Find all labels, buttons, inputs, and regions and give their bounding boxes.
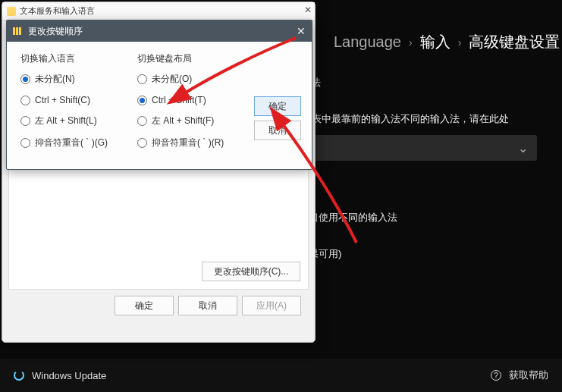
radio-icon bbox=[137, 116, 147, 126]
cancel-button[interactable]: 取消 bbox=[178, 296, 237, 315]
get-help-link[interactable]: 获取帮助 bbox=[509, 368, 548, 382]
breadcrumb-input[interactable]: 输入 bbox=[420, 32, 451, 52]
close-icon[interactable]: ✕ bbox=[304, 5, 312, 15]
close-icon[interactable]: ✕ bbox=[297, 25, 306, 37]
switch-keyboard-layout-group: 切换键盘布局 未分配(O) Ctrl + Shift(T) 左 Alt + Sh… bbox=[137, 52, 242, 158]
radio-label: Ctrl + Shift(C) bbox=[35, 95, 90, 105]
radio-label: 左 Alt + Shift(L) bbox=[35, 114, 97, 127]
radio-label: 未分配(O) bbox=[152, 73, 192, 86]
dialog-titlebar: 文本服务和输入语言 ✕ bbox=[2, 2, 315, 20]
radio-icon bbox=[20, 74, 30, 84]
radio-label: 抑音符重音( ` )(R) bbox=[152, 136, 224, 149]
radio-icon bbox=[137, 96, 147, 105]
radio-unassigned-n[interactable]: 未分配(N) bbox=[20, 73, 125, 86]
footer: Windows Update ? 获取帮助 bbox=[0, 359, 562, 392]
app-icon bbox=[7, 7, 16, 16]
cancel-button[interactable]: 取消 bbox=[254, 121, 301, 140]
radio-icon bbox=[137, 138, 147, 148]
radio-label: Ctrl + Shift(T) bbox=[152, 95, 206, 105]
ok-button[interactable]: 确定 bbox=[115, 296, 174, 315]
radio-label: 左 Alt + Shift(F) bbox=[152, 114, 214, 127]
keyboard-icon bbox=[13, 27, 24, 35]
breadcrumb: Language › 输入 › 高级键盘设置 bbox=[334, 32, 560, 52]
radio-icon bbox=[137, 74, 147, 84]
chevron-right-icon: › bbox=[458, 36, 462, 49]
radio-icon bbox=[20, 116, 30, 126]
change-key-sequence-dialog: 更改按键顺序 ✕ 切换输入语言 未分配(N) Ctrl + Shift(C) 左… bbox=[6, 20, 312, 170]
radio-ctrl-shift-t[interactable]: Ctrl + Shift(T) bbox=[137, 95, 242, 105]
breadcrumb-language[interactable]: Language bbox=[334, 33, 401, 51]
radio-left-alt-shift-l[interactable]: 左 Alt + Shift(L) bbox=[20, 114, 125, 127]
change-key-sequence-button[interactable]: 更改按键顺序(C)... bbox=[202, 262, 300, 281]
ok-button[interactable]: 确定 bbox=[254, 96, 301, 116]
radio-unassigned-o[interactable]: 未分配(O) bbox=[137, 73, 242, 86]
apply-button[interactable]: 应用(A) bbox=[242, 296, 301, 315]
radio-label: 抑音符重音( ` )(G) bbox=[35, 136, 108, 149]
help-icon: ? bbox=[491, 370, 501, 381]
language-dropdown[interactable]: ⌄ bbox=[302, 135, 537, 161]
group-header: 切换输入语言 bbox=[20, 52, 125, 65]
dialog-title: 文本服务和输入语言 bbox=[20, 5, 95, 17]
sync-icon bbox=[14, 370, 24, 381]
breadcrumb-advanced: 高级键盘设置 bbox=[469, 32, 560, 52]
section-text: 列表中最靠前的输入法不同的输入法，请在此处 bbox=[302, 112, 509, 126]
radio-icon bbox=[20, 138, 30, 148]
dialog-title: 更改按键顺序 bbox=[28, 25, 83, 38]
windows-update-link[interactable]: Windows Update bbox=[32, 370, 106, 381]
switch-input-language-group: 切换输入语言 未分配(N) Ctrl + Shift(C) 左 Alt + Sh… bbox=[20, 52, 125, 158]
radio-left-alt-shift-f[interactable]: 左 Alt + Shift(F) bbox=[137, 114, 242, 127]
dialog-titlebar[interactable]: 更改按键顺序 ✕ bbox=[7, 20, 312, 42]
radio-grave-accent-g[interactable]: 抑音符重音( ` )(G) bbox=[20, 136, 125, 149]
radio-label: 未分配(N) bbox=[35, 73, 75, 86]
radio-icon bbox=[20, 96, 30, 105]
chevron-right-icon: › bbox=[409, 36, 413, 49]
group-header: 切换键盘布局 bbox=[137, 52, 242, 65]
radio-ctrl-shift-c[interactable]: Ctrl + Shift(C) bbox=[20, 95, 125, 105]
radio-grave-accent-r[interactable]: 抑音符重音( ` )(R) bbox=[137, 136, 242, 149]
chevron-down-icon: ⌄ bbox=[518, 141, 528, 155]
